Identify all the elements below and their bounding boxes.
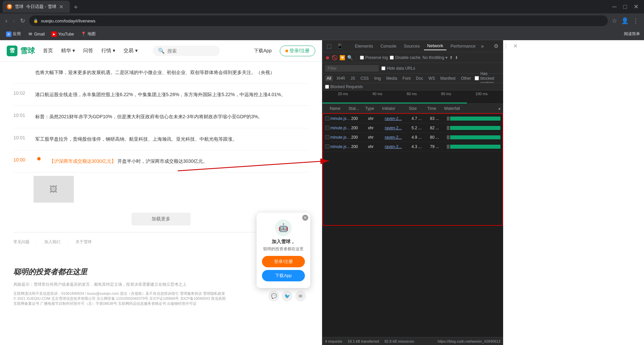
row3-initiator[interactable]: raven-2...	[385, 135, 412, 140]
throttle-select[interactable]: No throttling ▾	[423, 55, 447, 60]
popup-login-button[interactable]: 登录/注册	[262, 256, 305, 267]
network-row-2[interactable]: minute.json?sym... 200 xhr raven-2... 5.…	[323, 123, 502, 133]
dt-settings-icon[interactable]: ⚙	[492, 42, 500, 51]
nav-trade[interactable]: 交易 ▾	[123, 46, 138, 55]
xq-logo[interactable]: 雪 雪球	[7, 46, 35, 56]
nav-qa[interactable]: 问答	[83, 46, 93, 55]
back-button[interactable]: ‹	[4, 16, 9, 26]
type-img[interactable]: Img	[372, 75, 382, 81]
footer-about[interactable]: 关于雪球	[75, 239, 92, 245]
device-icon[interactable]: 📱	[335, 42, 345, 51]
devtools-toolbar: ⬚ 📱 Elements Console Sources Network Per…	[322, 40, 503, 52]
minimize-button[interactable]: ─	[609, 2, 619, 12]
throttle-up-icon[interactable]: ⬆	[449, 55, 453, 60]
network-row-3[interactable]: minute.json?sym... 200 xhr raven-2... 4.…	[323, 133, 502, 142]
row3-check[interactable]	[325, 135, 330, 139]
type-ws[interactable]: WS	[427, 75, 436, 81]
th-type[interactable]: Type	[365, 106, 382, 111]
th-initiator[interactable]: Initiator	[382, 106, 409, 111]
dt-tab-elements[interactable]: Elements	[352, 42, 376, 50]
inspect-icon[interactable]: ⬚	[325, 42, 333, 51]
load-more-button[interactable]: 加载更多	[131, 213, 191, 225]
row4-check[interactable]	[325, 144, 330, 149]
reading-mode[interactable]: 阅读简单	[624, 31, 640, 37]
bookmark-gmail[interactable]: ✉ Gmail	[25, 31, 47, 38]
type-other[interactable]: Other	[459, 75, 473, 81]
th-name[interactable]: Name	[330, 106, 348, 111]
th-size[interactable]: Size	[409, 106, 427, 111]
popup-download-button[interactable]: 下载App	[262, 270, 305, 281]
dt-tabs-row: Elements Console Sources Network Perform…	[350, 42, 487, 51]
nav-home[interactable]: 首页	[43, 46, 53, 55]
type-manifest[interactable]: Manifest	[439, 75, 457, 81]
disable-cache-checkbox[interactable]	[390, 56, 394, 60]
wechat-icon[interactable]: 💬	[268, 291, 279, 301]
type-doc[interactable]: Doc	[414, 75, 425, 81]
xq-search-box[interactable]: 🔍	[153, 46, 220, 56]
maximize-button[interactable]: □	[621, 2, 630, 12]
close-button[interactable]: ✕	[631, 2, 641, 12]
row1-initiator[interactable]: raven-2...	[385, 116, 412, 121]
clear-icon[interactable]: 🚫	[332, 55, 337, 60]
search-network-icon[interactable]: 🔍	[347, 55, 353, 60]
dt-close-icon[interactable]: ✕	[512, 42, 519, 51]
refresh-button[interactable]: ↻	[19, 16, 26, 26]
news-time-1: 10:02	[13, 90, 29, 99]
hide-data-urls-checkbox[interactable]	[381, 66, 385, 70]
popup-close-button[interactable]: ✕	[302, 215, 308, 221]
row2-initiator[interactable]: raven-2...	[385, 126, 412, 130]
weibo-icon[interactable]: 🐦	[282, 291, 292, 301]
blocked-requests-checkbox[interactable]	[325, 85, 329, 89]
news-hot-link[interactable]: 【沪深两市成交额达3030亿元】	[49, 158, 116, 164]
type-xhr[interactable]: XHR	[335, 75, 346, 81]
network-row-4[interactable]: minute.json?sym... 200 xhr raven-2... 4.…	[323, 142, 502, 151]
dt-tab-network[interactable]: Network	[424, 42, 447, 50]
dt-tab-performance[interactable]: Performance	[447, 42, 479, 50]
email-icon[interactable]: ✉	[295, 291, 306, 301]
dt-tab-more[interactable]: »	[480, 42, 485, 51]
user-icon[interactable]: 👤	[620, 16, 630, 26]
menu-icon[interactable]: ⋮	[631, 16, 640, 26]
filter-input[interactable]	[325, 65, 379, 72]
bookmark-youtube[interactable]: ▶ YouTube	[49, 31, 76, 38]
record-icon[interactable]: ⏺	[325, 55, 330, 60]
dt-tab-console[interactable]: Console	[377, 42, 400, 50]
search-input[interactable]	[167, 48, 208, 54]
row3-waterfall	[447, 135, 500, 139]
tab-close-icon[interactable]: ✕	[59, 4, 63, 10]
type-media[interactable]: Media	[384, 75, 399, 81]
dt-tab-sources[interactable]: Sources	[400, 42, 423, 50]
filter-icon[interactable]: 🔽	[339, 55, 345, 60]
addr-actions: ☆ 👤 ⋮	[610, 16, 640, 26]
th-time[interactable]: Time	[427, 106, 444, 111]
footer-join[interactable]: 加入我们	[44, 239, 60, 245]
preserve-log-checkbox[interactable]	[360, 56, 364, 60]
new-tab-button[interactable]: ＋	[71, 1, 80, 13]
type-font[interactable]: Font	[401, 75, 412, 81]
has-blocked-checkbox[interactable]	[475, 76, 479, 80]
row2-check[interactable]	[325, 126, 330, 130]
row4-initiator[interactable]: raven-2...	[385, 144, 412, 149]
forward-button[interactable]: ›	[11, 16, 16, 26]
network-row-1[interactable]: minute.json?sym... 200 xhr raven-2... 4.…	[323, 114, 502, 123]
import-icon[interactable]: ⬇	[455, 55, 458, 60]
bookmark-apps[interactable]: ⊞ 应用	[4, 30, 23, 38]
footer-faq[interactable]: 常见问题	[13, 239, 30, 245]
bookmark-maps[interactable]: 📍 地图	[79, 30, 98, 38]
th-waterfall[interactable]: Waterfall	[444, 106, 498, 111]
download-app[interactable]: 下载App	[254, 48, 272, 54]
dt-more-icon[interactable]: ⋮	[501, 42, 510, 51]
star-icon[interactable]: ☆	[610, 16, 619, 26]
row1-check[interactable]	[325, 116, 330, 121]
nav-featured[interactable]: 精华 ▾	[61, 46, 75, 55]
type-all[interactable]: All	[325, 75, 333, 81]
url-field[interactable]: 🔒 xueqiu.com/today#/livenews	[29, 15, 608, 26]
type-js[interactable]: JS	[349, 75, 357, 81]
active-tab[interactable]: 雪 雪球 今日话题 - 雪球 ✕	[3, 1, 70, 13]
type-css[interactable]: CSS	[359, 75, 371, 81]
login-button[interactable]: 登录/注册	[280, 46, 315, 56]
nav-market[interactable]: 行情 ▾	[101, 46, 115, 55]
news-text-4[interactable]: 【沪深两市成交额达3030亿元】 开盘半小时，沪深两市成交额达3030亿元。	[49, 157, 309, 165]
th-status[interactable]: Stat...	[348, 106, 365, 111]
news-time-0	[13, 68, 29, 77]
